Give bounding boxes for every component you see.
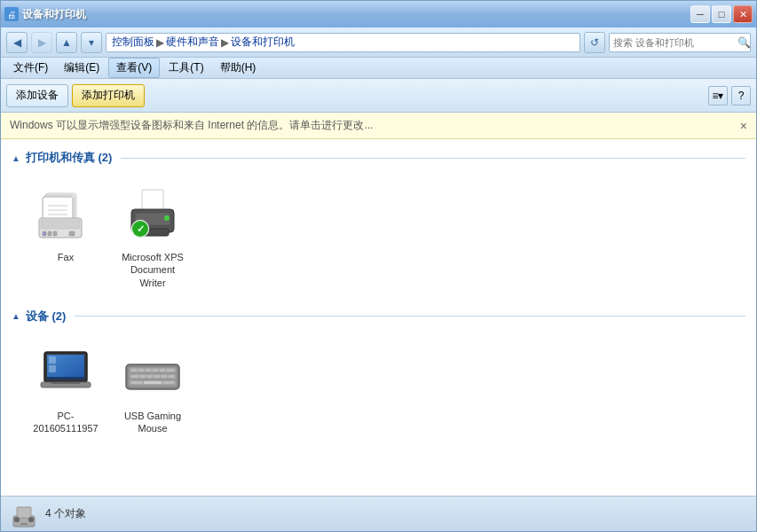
svg-rect-10 <box>43 231 46 236</box>
add-device-button[interactable]: 添加设备 <box>6 84 68 107</box>
svg-rect-53 <box>20 523 28 525</box>
svg-rect-9 <box>69 231 75 236</box>
fax-icon <box>35 185 97 247</box>
printer-icon: ✓ <box>122 185 184 247</box>
svg-rect-50 <box>17 507 31 518</box>
svg-rect-42 <box>147 375 153 378</box>
path-hardware[interactable]: 硬件和声音 <box>166 35 219 50</box>
devices-section-title: 设备 (2) <box>26 309 67 325</box>
path-sep-1: ▶ <box>156 36 164 49</box>
svg-rect-38 <box>160 369 165 372</box>
address-path: 控制面板 ▶ 硬件和声音 ▶ 设备和打印机 <box>106 33 580 52</box>
status-bar: 4 个对象 <box>1 496 756 531</box>
mouse-label: USB Gaming Mouse <box>116 410 189 435</box>
title-buttons: ─ □ ✕ <box>690 5 753 23</box>
title-bar: 🖨 设备和打印机 ─ □ ✕ <box>1 1 756 27</box>
svg-rect-44 <box>162 375 167 378</box>
svg-rect-25 <box>49 365 56 372</box>
close-button[interactable]: ✕ <box>733 5 753 23</box>
device-fax[interactable]: Fax <box>26 180 106 294</box>
laptop-icon <box>35 344 97 406</box>
svg-rect-46 <box>131 381 142 384</box>
mouse-icon <box>122 344 184 406</box>
svg-rect-45 <box>169 375 174 378</box>
menu-view[interactable]: 查看(V) <box>108 58 160 78</box>
view-options-button[interactable]: ≡▾ <box>708 86 728 106</box>
svg-rect-47 <box>144 381 162 384</box>
svg-rect-35 <box>138 369 144 372</box>
menu-tools[interactable]: 工具(T) <box>162 59 210 77</box>
printers-section-divider <box>121 158 745 159</box>
device-pc[interactable]: PC-201605111957 <box>26 339 106 441</box>
main-content: ▲ 打印机和传真 (2) <box>1 139 756 496</box>
maximize-button[interactable]: □ <box>712 5 731 23</box>
status-count: 4 个对象 <box>45 506 86 521</box>
device-mouse[interactable]: USB Gaming Mouse <box>113 339 193 441</box>
printers-section-title: 打印机和传真 (2) <box>26 150 113 166</box>
menu-bar: 文件(F) 编辑(E) 查看(V) 工具(T) 帮助(H) <box>1 58 756 79</box>
refresh-button[interactable]: ↺ <box>584 32 605 53</box>
svg-rect-43 <box>154 375 160 378</box>
svg-rect-8 <box>41 220 80 229</box>
pc-label: PC-201605111957 <box>29 410 102 435</box>
svg-rect-48 <box>163 381 174 384</box>
path-controlpanel[interactable]: 控制面板 <box>112 35 154 50</box>
up-button[interactable]: ▲ <box>56 32 77 53</box>
svg-rect-11 <box>48 231 51 236</box>
notification-text: Windows 可以显示增强型设备图标和来自 Internet 的信息。请单击进… <box>10 118 373 133</box>
minimize-button[interactable]: ─ <box>690 5 710 23</box>
printers-grid: Fax ✓ <box>12 173 745 301</box>
search-icon: 🔍 <box>737 36 751 49</box>
devices-section-header: ▲ 设备 (2) <box>12 309 745 325</box>
svg-rect-36 <box>146 369 151 372</box>
svg-rect-24 <box>49 356 56 364</box>
notification-bar: Windows 可以显示增强型设备图标和来自 Internet 的信息。请单击进… <box>1 113 756 139</box>
menu-edit[interactable]: 编辑(E) <box>57 59 106 77</box>
window-icon: 🖨 <box>4 7 19 21</box>
search-box: 🔍 <box>609 33 751 52</box>
svg-rect-28 <box>51 382 80 384</box>
address-bar: ◀ ▶ ▲ ▾ 控制面板 ▶ 硬件和声音 ▶ 设备和打印机 ↺ 🔍 <box>1 27 756 58</box>
back-button[interactable]: ◀ <box>6 32 28 53</box>
status-icon <box>10 500 38 528</box>
forward-button[interactable]: ▶ <box>31 32 52 53</box>
menu-help[interactable]: 帮助(H) <box>213 59 264 77</box>
main-window: 🖨 设备和打印机 ─ □ ✕ ◀ ▶ ▲ ▾ 控制面板 ▶ 硬件和声音 ▶ 设备… <box>0 0 757 532</box>
notification-close-button[interactable]: × <box>740 119 747 133</box>
printers-collapse-button[interactable]: ▲ <box>12 153 20 163</box>
svg-rect-37 <box>153 369 158 372</box>
svg-point-51 <box>14 517 20 522</box>
svg-point-52 <box>28 517 34 522</box>
svg-rect-40 <box>131 375 138 378</box>
dropdown-button[interactable]: ▾ <box>81 32 102 53</box>
device-xps-writer[interactable]: ✓ Microsoft XPS Document Writer <box>113 180 193 294</box>
toolbar: 添加设备 添加打印机 ≡▾ ? <box>1 79 756 113</box>
fax-label: Fax <box>58 251 74 263</box>
path-sep-2: ▶ <box>221 36 229 49</box>
help-button[interactable]: ? <box>731 86 751 106</box>
path-devices[interactable]: 设备和打印机 <box>231 35 295 50</box>
devices-section-divider <box>75 316 745 317</box>
xps-writer-label: Microsoft XPS Document Writer <box>116 251 189 289</box>
svg-rect-26 <box>47 377 84 379</box>
add-printer-button[interactable]: 添加打印机 <box>72 84 145 107</box>
svg-text:✓: ✓ <box>137 223 145 234</box>
svg-point-20 <box>164 215 170 221</box>
svg-rect-34 <box>131 369 137 372</box>
printers-section-header: ▲ 打印机和传真 (2) <box>12 150 745 166</box>
devices-collapse-button[interactable]: ▲ <box>12 311 20 321</box>
svg-rect-41 <box>140 375 146 378</box>
search-input[interactable] <box>613 37 736 48</box>
svg-rect-39 <box>167 369 174 372</box>
window-title: 设备和打印机 <box>22 7 86 22</box>
devices-grid: PC-201605111957 <box>12 332 745 448</box>
menu-file[interactable]: 文件(F) <box>6 59 55 77</box>
svg-rect-12 <box>53 231 57 236</box>
